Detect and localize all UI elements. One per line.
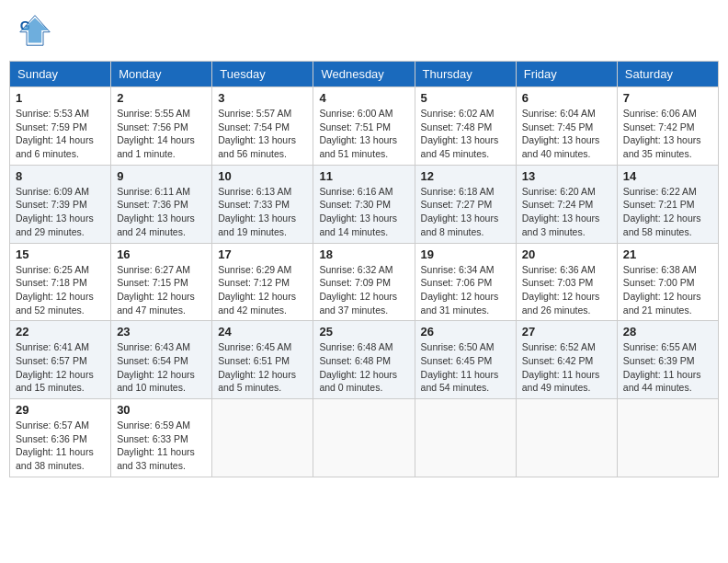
- day-info: Sunrise: 6:36 AM Sunset: 7:03 PM Dayligh…: [522, 263, 611, 317]
- day-number: 6: [522, 91, 611, 105]
- calendar-cell: [516, 399, 617, 477]
- day-number: 27: [522, 325, 611, 339]
- calendar-cell: 8 Sunrise: 6:09 AM Sunset: 7:39 PM Dayli…: [10, 165, 111, 243]
- day-info: Sunrise: 6:13 AM Sunset: 7:33 PM Dayligh…: [218, 185, 307, 239]
- day-info: Sunrise: 6:00 AM Sunset: 7:51 PM Dayligh…: [319, 107, 408, 161]
- calendar-cell: 23 Sunrise: 6:43 AM Sunset: 6:54 PM Dayl…: [111, 321, 212, 399]
- day-info: Sunrise: 6:45 AM Sunset: 6:51 PM Dayligh…: [218, 340, 307, 395]
- day-info: Sunrise: 6:43 AM Sunset: 6:54 PM Dayligh…: [117, 340, 206, 395]
- day-number: 14: [623, 169, 712, 183]
- calendar-cell: 13 Sunrise: 6:20 AM Sunset: 7:24 PM Dayl…: [516, 165, 617, 243]
- calendar-cell: 4 Sunrise: 6:00 AM Sunset: 7:51 PM Dayli…: [313, 87, 415, 166]
- day-number: 24: [218, 325, 307, 339]
- calendar-cell: 20 Sunrise: 6:36 AM Sunset: 7:03 PM Dayl…: [516, 243, 617, 321]
- day-number: 7: [623, 91, 712, 105]
- day-number: 2: [117, 91, 206, 105]
- calendar-cell: 9 Sunrise: 6:11 AM Sunset: 7:36 PM Dayli…: [111, 165, 212, 243]
- column-header-monday: Monday: [111, 62, 212, 87]
- calendar-cell: 11 Sunrise: 6:16 AM Sunset: 7:30 PM Dayl…: [313, 165, 415, 243]
- calendar-cell: 1 Sunrise: 5:53 AM Sunset: 7:59 PM Dayli…: [10, 87, 111, 166]
- day-number: 26: [421, 325, 510, 339]
- day-number: 29: [16, 403, 105, 417]
- day-info: Sunrise: 5:53 AM Sunset: 7:59 PM Dayligh…: [16, 107, 105, 161]
- day-info: Sunrise: 6:16 AM Sunset: 7:30 PM Dayligh…: [319, 185, 408, 239]
- calendar-cell: 24 Sunrise: 6:45 AM Sunset: 6:51 PM Dayl…: [212, 321, 313, 399]
- day-number: 22: [16, 325, 105, 339]
- day-number: 13: [522, 169, 611, 183]
- calendar-cell: 2 Sunrise: 5:55 AM Sunset: 7:56 PM Dayli…: [111, 87, 212, 166]
- column-header-wednesday: Wednesday: [313, 62, 415, 87]
- calendar-cell: 3 Sunrise: 5:57 AM Sunset: 7:54 PM Dayli…: [212, 87, 313, 166]
- day-number: 5: [421, 91, 510, 105]
- calendar-cell: 29 Sunrise: 6:57 AM Sunset: 6:36 PM Dayl…: [10, 399, 111, 477]
- day-number: 20: [522, 247, 611, 261]
- day-info: Sunrise: 6:09 AM Sunset: 7:39 PM Dayligh…: [16, 185, 105, 239]
- calendar-cell: 12 Sunrise: 6:18 AM Sunset: 7:27 PM Dayl…: [415, 165, 516, 243]
- calendar-cell: 5 Sunrise: 6:02 AM Sunset: 7:48 PM Dayli…: [415, 87, 516, 166]
- calendar-cell: 7 Sunrise: 6:06 AM Sunset: 7:42 PM Dayli…: [617, 87, 718, 166]
- column-header-saturday: Saturday: [617, 62, 718, 87]
- day-number: 4: [319, 91, 408, 105]
- day-info: Sunrise: 6:38 AM Sunset: 7:00 PM Dayligh…: [623, 263, 712, 317]
- day-number: 1: [16, 91, 105, 105]
- calendar-week-3: 15 Sunrise: 6:25 AM Sunset: 7:18 PM Dayl…: [10, 243, 719, 321]
- day-number: 9: [117, 169, 206, 183]
- day-info: Sunrise: 6:20 AM Sunset: 7:24 PM Dayligh…: [522, 185, 611, 239]
- day-number: 16: [117, 247, 206, 261]
- column-header-friday: Friday: [516, 62, 617, 87]
- logo: G: [18, 14, 53, 47]
- calendar-cell: 28 Sunrise: 6:55 AM Sunset: 6:39 PM Dayl…: [617, 321, 718, 399]
- calendar-cell: [313, 399, 415, 477]
- page-header: G: [9, 9, 719, 52]
- day-number: 19: [421, 247, 510, 261]
- day-info: Sunrise: 6:55 AM Sunset: 6:39 PM Dayligh…: [623, 340, 712, 395]
- calendar-cell: 27 Sunrise: 6:52 AM Sunset: 6:42 PM Dayl…: [516, 321, 617, 399]
- day-number: 18: [319, 247, 408, 261]
- calendar-cell: 18 Sunrise: 6:32 AM Sunset: 7:09 PM Dayl…: [313, 243, 415, 321]
- calendar-cell: 14 Sunrise: 6:22 AM Sunset: 7:21 PM Dayl…: [617, 165, 718, 243]
- calendar-body: 1 Sunrise: 5:53 AM Sunset: 7:59 PM Dayli…: [10, 87, 719, 477]
- day-number: 25: [319, 325, 408, 339]
- calendar-header-row: SundayMondayTuesdayWednesdayThursdayFrid…: [10, 62, 719, 87]
- day-info: Sunrise: 6:29 AM Sunset: 7:12 PM Dayligh…: [218, 263, 307, 317]
- day-number: 11: [319, 169, 408, 183]
- day-number: 23: [117, 325, 206, 339]
- day-info: Sunrise: 6:27 AM Sunset: 7:15 PM Dayligh…: [117, 263, 206, 317]
- day-info: Sunrise: 6:57 AM Sunset: 6:36 PM Dayligh…: [16, 419, 105, 473]
- column-header-thursday: Thursday: [415, 62, 516, 87]
- day-info: Sunrise: 6:02 AM Sunset: 7:48 PM Dayligh…: [421, 107, 510, 161]
- calendar-cell: 26 Sunrise: 6:50 AM Sunset: 6:45 PM Dayl…: [415, 321, 516, 399]
- day-info: Sunrise: 6:22 AM Sunset: 7:21 PM Dayligh…: [623, 185, 712, 239]
- day-info: Sunrise: 5:55 AM Sunset: 7:56 PM Dayligh…: [117, 107, 206, 161]
- day-number: 3: [218, 91, 307, 105]
- day-info: Sunrise: 5:57 AM Sunset: 7:54 PM Dayligh…: [218, 107, 307, 161]
- calendar-cell: 16 Sunrise: 6:27 AM Sunset: 7:15 PM Dayl…: [111, 243, 212, 321]
- calendar-week-4: 22 Sunrise: 6:41 AM Sunset: 6:57 PM Dayl…: [10, 321, 719, 399]
- calendar-cell: [617, 399, 718, 477]
- column-header-sunday: Sunday: [10, 62, 111, 87]
- day-info: Sunrise: 6:04 AM Sunset: 7:45 PM Dayligh…: [522, 107, 611, 161]
- day-number: 17: [218, 247, 307, 261]
- calendar-cell: [212, 399, 313, 477]
- day-info: Sunrise: 6:06 AM Sunset: 7:42 PM Dayligh…: [623, 107, 712, 161]
- calendar-cell: 30 Sunrise: 6:59 AM Sunset: 6:33 PM Dayl…: [111, 399, 212, 477]
- calendar-table: SundayMondayTuesdayWednesdayThursdayFrid…: [9, 61, 719, 477]
- logo-icon: G: [18, 14, 51, 47]
- day-info: Sunrise: 6:11 AM Sunset: 7:36 PM Dayligh…: [117, 185, 206, 239]
- day-info: Sunrise: 6:25 AM Sunset: 7:18 PM Dayligh…: [16, 263, 105, 317]
- calendar-cell: 17 Sunrise: 6:29 AM Sunset: 7:12 PM Dayl…: [212, 243, 313, 321]
- day-info: Sunrise: 6:52 AM Sunset: 6:42 PM Dayligh…: [522, 340, 611, 395]
- day-info: Sunrise: 6:32 AM Sunset: 7:09 PM Dayligh…: [319, 263, 408, 317]
- day-info: Sunrise: 6:48 AM Sunset: 6:48 PM Dayligh…: [319, 340, 408, 395]
- calendar-week-5: 29 Sunrise: 6:57 AM Sunset: 6:36 PM Dayl…: [10, 399, 719, 477]
- calendar-week-1: 1 Sunrise: 5:53 AM Sunset: 7:59 PM Dayli…: [10, 87, 719, 166]
- day-info: Sunrise: 6:18 AM Sunset: 7:27 PM Dayligh…: [421, 185, 510, 239]
- calendar-cell: 15 Sunrise: 6:25 AM Sunset: 7:18 PM Dayl…: [10, 243, 111, 321]
- calendar-cell: 21 Sunrise: 6:38 AM Sunset: 7:00 PM Dayl…: [617, 243, 718, 321]
- day-number: 15: [16, 247, 105, 261]
- day-info: Sunrise: 6:59 AM Sunset: 6:33 PM Dayligh…: [117, 419, 206, 473]
- day-info: Sunrise: 6:34 AM Sunset: 7:06 PM Dayligh…: [421, 263, 510, 317]
- calendar-week-2: 8 Sunrise: 6:09 AM Sunset: 7:39 PM Dayli…: [10, 165, 719, 243]
- calendar-cell: [415, 399, 516, 477]
- calendar-cell: 25 Sunrise: 6:48 AM Sunset: 6:48 PM Dayl…: [313, 321, 415, 399]
